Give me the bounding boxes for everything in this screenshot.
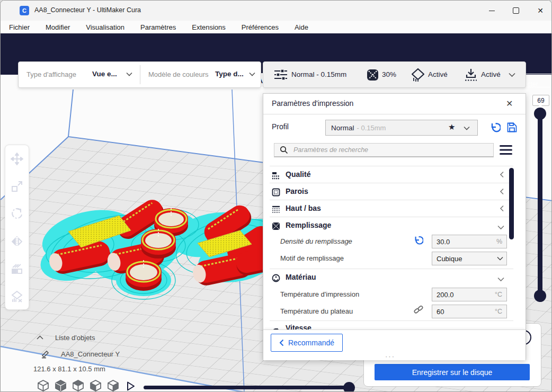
object-list-label: Liste d'objets (55, 334, 95, 342)
print-temperature-label: Température d'impression (280, 290, 359, 298)
bed-temperature-label: Température du plateau (280, 307, 353, 315)
menu-aide[interactable]: Aide (295, 23, 308, 31)
menu-visualisation[interactable]: Visualisation (86, 23, 124, 31)
reset-setting-icon[interactable] (414, 235, 423, 246)
separator (270, 269, 513, 269)
material-category-icon (272, 274, 280, 282)
application-window: C AA8_Connecteur Y - UltiMaker Cura ✕ Fi… (0, 0, 552, 392)
panel-drag-handle[interactable]: ··· (385, 352, 395, 360)
layer-slider-bottom-handle[interactable] (534, 290, 546, 302)
color-scheme-dropdown[interactable]: Type d... (215, 70, 244, 78)
view-top-icon[interactable] (72, 380, 84, 391)
per-model-settings-icon[interactable] (11, 263, 23, 275)
reset-profile-icon[interactable] (490, 122, 501, 133)
support-icon (411, 67, 425, 82)
mirror-tool-icon[interactable] (11, 235, 23, 248)
separator (270, 320, 513, 321)
settings-scrollbar[interactable] (509, 168, 514, 239)
top-bottom-category-icon (272, 205, 280, 213)
minimize-button[interactable] (479, 1, 504, 21)
profile-name: Normal (331, 124, 354, 132)
view-options-bar: Type d'affichage Vue e... Modèle de coul… (18, 61, 261, 88)
chevron-left-icon (279, 339, 284, 346)
save-profile-icon[interactable] (507, 122, 517, 132)
menu-preferences[interactable]: Préférences (242, 23, 279, 31)
search-icon (280, 146, 288, 154)
chevron-left-icon[interactable] (500, 171, 504, 178)
object-dimensions: 121.6 x 81.1 x 10.5 mm (33, 365, 105, 373)
object-list-item[interactable]: AA8_Connecteur Y (41, 350, 120, 359)
maximize-icon (513, 7, 519, 14)
adhesion-icon (464, 68, 478, 82)
settings-visibility-menu-icon[interactable] (500, 145, 512, 155)
summary-infill: 30% (382, 70, 396, 78)
scale-tool-icon[interactable] (11, 180, 23, 193)
window-title: AA8_Connecteur Y - UltiMaker Cura (34, 6, 141, 14)
close-icon[interactable]: ✕ (506, 99, 513, 109)
layer-slider-top-handle[interactable] (534, 108, 546, 120)
category-top-bottom[interactable]: Haut / bas (286, 204, 321, 212)
separator (270, 217, 513, 217)
layer-slider-track[interactable] (538, 109, 542, 301)
view-left-icon[interactable] (90, 380, 102, 391)
close-window-button[interactable]: ✕ (528, 1, 552, 21)
category-infill[interactable]: Remplissage (286, 221, 331, 229)
chevron-down-icon[interactable] (126, 72, 132, 76)
recommended-mode-button[interactable]: Recommandé (271, 334, 343, 352)
support-blocker-icon[interactable] (11, 290, 23, 303)
infill-pattern-dropdown[interactable]: Cubique (432, 252, 507, 265)
rotate-tool-icon[interactable] (11, 208, 23, 220)
display-type-label: Type d'affichage (26, 70, 76, 78)
save-to-disk-button[interactable]: Enregistrer sur le disque (375, 364, 530, 380)
infill-category-icon (272, 222, 280, 230)
search-input[interactable] (292, 146, 493, 154)
chevron-left-icon[interactable] (500, 205, 504, 212)
simulation-slider-track[interactable] (144, 386, 349, 389)
play-simulation-button[interactable] (127, 381, 135, 391)
infill-density-value: 30.0 (437, 238, 450, 246)
display-type-dropdown[interactable]: Vue e... (92, 70, 117, 78)
summary-adhesion: Activé (481, 70, 501, 78)
object-list-toggle[interactable]: Liste d'objets (37, 334, 95, 342)
infill-density-label: Densité du remplissage (280, 237, 352, 245)
view-3d-icon[interactable] (37, 380, 49, 391)
print-settings-panel: Paramètres d'impression ✕ Profil Normal … (263, 93, 526, 360)
category-walls[interactable]: Parois (286, 187, 308, 195)
chevron-down-icon[interactable] (464, 126, 470, 130)
print-temperature-value: 200.0 (437, 291, 454, 299)
chevron-left-icon[interactable] (500, 188, 504, 195)
menu-modifier[interactable]: Modifier (46, 23, 70, 31)
simulation-slider-handle[interactable] (343, 382, 355, 392)
object-name: AA8_Connecteur Y (61, 350, 120, 358)
infill-pattern-value: Cubique (437, 255, 462, 263)
menu-parametres[interactable]: Paramètres (140, 23, 176, 31)
printer-nozzle-icon (41, 350, 50, 359)
infill-density-input[interactable]: 30.0 % (432, 235, 507, 248)
menu-fichier[interactable]: Fichier (9, 23, 30, 31)
layer-number-tooltip: 69 (532, 95, 549, 106)
print-setup-summary[interactable]: Normal - 0.15mm 30% Activé Activé (263, 61, 526, 88)
color-scheme-label: Modèle de couleurs (148, 70, 208, 78)
chevron-down-icon[interactable] (509, 73, 515, 77)
quality-category-icon (272, 171, 280, 180)
view-right-icon[interactable] (107, 380, 119, 391)
chevron-down-icon[interactable] (497, 277, 504, 282)
chevron-down-icon[interactable] (497, 225, 504, 230)
settings-search-box[interactable] (274, 143, 494, 157)
menu-extensions[interactable]: Extensions (192, 23, 226, 31)
move-tool-icon[interactable] (11, 153, 23, 165)
bed-temperature-value: 60 (437, 308, 444, 316)
profile-variant: - 0.15mm (357, 124, 386, 132)
category-material[interactable]: Matériau (286, 273, 316, 281)
minimize-icon (489, 11, 495, 11)
chevron-down-icon[interactable] (249, 72, 255, 76)
view-front-icon[interactable] (55, 380, 67, 391)
print-temperature-input[interactable]: 200.0 °C (432, 288, 507, 301)
app-icon: C (20, 6, 29, 15)
bed-temperature-input[interactable]: 60 °C (432, 305, 507, 318)
bed-temperature-unit: °C (495, 308, 502, 315)
infill-pattern-label: Motif de remplissage (280, 254, 344, 262)
category-quality[interactable]: Qualité (286, 170, 310, 179)
maximize-button[interactable] (504, 1, 528, 21)
camera-view-buttons (37, 380, 119, 391)
